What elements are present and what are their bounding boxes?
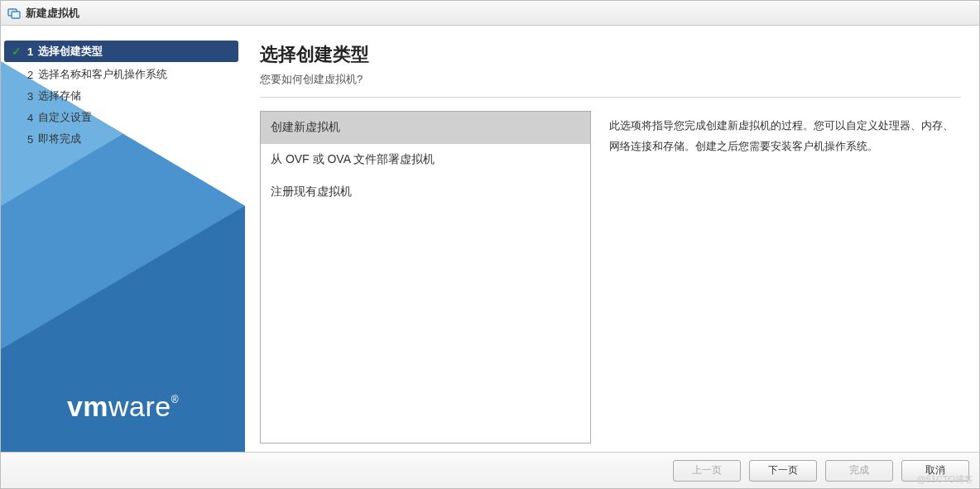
next-button[interactable]: 下一页 <box>749 460 817 482</box>
window-title: 新建虚拟机 <box>26 6 79 21</box>
wizard-sidebar: ✓ 1 选择创建类型 2 选择名称和客户机操作系统 3 选择存储 4 <box>1 26 245 452</box>
creation-type-list: 创建新虚拟机 从 OVF 或 OVA 文件部署虚拟机 注册现有虚拟机 <box>260 111 591 443</box>
step-2[interactable]: 2 选择名称和客户机操作系统 <box>1 64 245 85</box>
step-num: 4 <box>27 112 33 124</box>
step-num: 5 <box>27 133 33 146</box>
watermark: @51CTO博客 <box>917 473 973 486</box>
divider <box>260 97 961 98</box>
vmware-logo: vmware® <box>67 391 179 423</box>
page-subtitle: 您要如何创建虚拟机? <box>260 72 961 87</box>
step-num: 2 <box>27 69 33 81</box>
step-4[interactable]: 4 自定义设置 <box>1 107 245 128</box>
body: ✓ 1 选择创建类型 2 选择名称和客户机操作系统 3 选择存储 4 <box>1 26 979 452</box>
page-title: 选择创建类型 <box>260 42 961 67</box>
step-label: 选择存储 <box>38 89 81 103</box>
step-label: 自定义设置 <box>38 110 92 125</box>
svg-rect-1 <box>12 12 20 18</box>
check-icon: ✓ <box>11 45 22 58</box>
prev-button[interactable]: 上一页 <box>673 460 741 482</box>
step-5[interactable]: 5 即将完成 <box>1 128 245 150</box>
option-deploy-ovf[interactable]: 从 OVF 或 OVA 文件部署虚拟机 <box>261 144 590 176</box>
option-create-new-vm[interactable]: 创建新虚拟机 <box>261 112 590 144</box>
step-num: 3 <box>27 90 33 103</box>
option-register-existing[interactable]: 注册现有虚拟机 <box>261 176 590 209</box>
dialog-window: 新建虚拟机 ✓ 1 选择创建类型 2 选择名称和客户机操作系统 <box>0 0 980 489</box>
step-3[interactable]: 3 选择存储 <box>1 85 245 107</box>
step-label: 即将完成 <box>38 132 81 146</box>
main-panel: 选择创建类型 您要如何创建虚拟机? 创建新虚拟机 从 OVF 或 OVA 文件部… <box>245 26 979 452</box>
step-label: 选择创建类型 <box>38 44 103 59</box>
step-num: 1 <box>27 46 33 58</box>
main-content: 创建新虚拟机 从 OVF 或 OVA 文件部署虚拟机 注册现有虚拟机 此选项将指… <box>260 111 961 443</box>
finish-button[interactable]: 完成 <box>825 460 893 482</box>
titlebar[interactable]: 新建虚拟机 <box>1 1 979 26</box>
wizard-steps: ✓ 1 选择创建类型 2 选择名称和客户机操作系统 3 选择存储 4 <box>1 26 245 150</box>
footer: 上一页 下一页 完成 取消 <box>1 452 979 488</box>
step-label: 选择名称和客户机操作系统 <box>38 67 167 82</box>
vm-icon <box>7 7 21 20</box>
option-description: 此选项将指导您完成创建新虚拟机的过程。您可以自定义处理器、内存、网络连接和存储。… <box>609 111 961 443</box>
step-1[interactable]: ✓ 1 选择创建类型 <box>4 41 238 62</box>
